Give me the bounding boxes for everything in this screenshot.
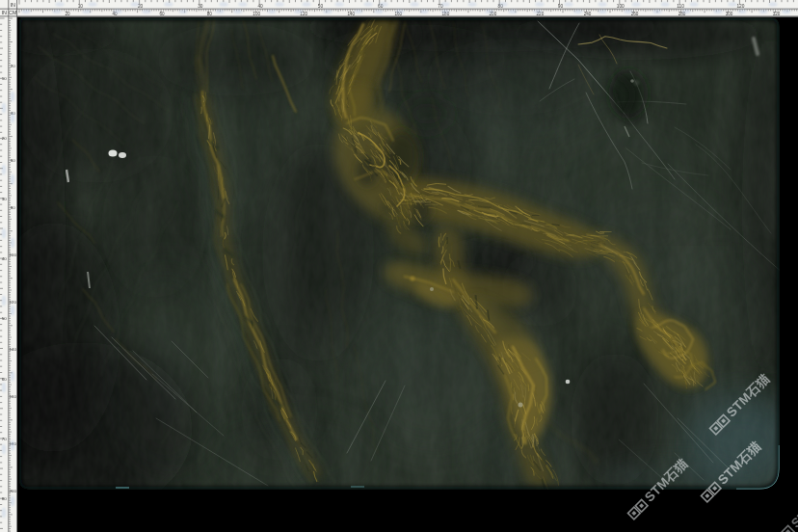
svg-text:200: 200 [10,489,17,493]
svg-text:20: 20 [65,12,70,16]
svg-text:40: 40 [257,4,263,9]
svg-text:IN: IN [1,10,6,15]
svg-text:120: 120 [10,300,17,305]
svg-text:300: 300 [726,12,733,16]
svg-text:20: 20 [11,64,15,68]
svg-text:50: 50 [2,316,7,321]
svg-text:100: 100 [253,12,260,16]
svg-text:140: 140 [10,347,17,352]
svg-text:160: 160 [10,394,17,399]
svg-text:90: 90 [558,4,564,9]
svg-text:60: 60 [160,12,166,16]
svg-text:20: 20 [2,136,7,141]
svg-text:100: 100 [10,253,17,257]
svg-text:80: 80 [207,12,213,16]
svg-text:30: 30 [2,197,7,201]
svg-text:10: 10 [78,4,84,9]
svg-text:140: 140 [347,12,355,16]
svg-text:10: 10 [2,76,7,81]
svg-text:100: 100 [617,4,625,9]
svg-text:IN: IN [10,2,14,8]
svg-text:120: 120 [736,4,744,9]
svg-text:70: 70 [2,437,7,441]
svg-text:320: 320 [773,12,781,16]
svg-text:60: 60 [11,158,15,163]
svg-text:30: 30 [198,4,203,9]
svg-text:110: 110 [677,4,684,9]
svg-text:50: 50 [318,4,324,9]
svg-text:CM: CM [9,10,17,15]
svg-text:80: 80 [11,205,15,210]
svg-text:40: 40 [2,256,7,261]
svg-text:240: 240 [584,12,592,16]
svg-text:60: 60 [2,377,7,382]
svg-text:80: 80 [2,496,7,501]
